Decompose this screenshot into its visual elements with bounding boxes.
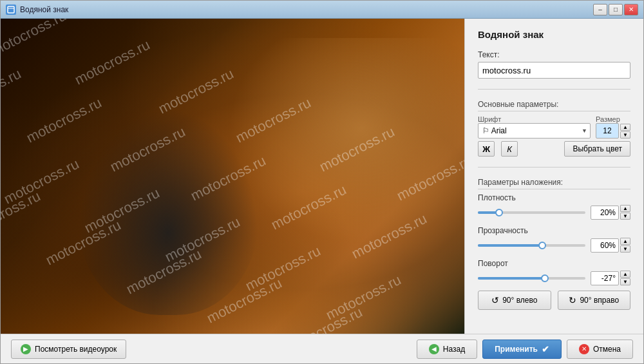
- title-bar: Водяной знак – □ ✕: [1, 1, 643, 19]
- transparency-label: Прозрачность: [478, 226, 630, 235]
- rotation-value-group: ▲ ▼: [591, 271, 630, 285]
- watermark-text-1: motocross.ru: [1, 19, 69, 59]
- bold-button[interactable]: Ж: [478, 141, 495, 157]
- density-value-input[interactable]: [591, 206, 619, 220]
- main-window: Водяной знак – □ ✕ motocross.ru: [0, 0, 644, 364]
- cancel-icon: ✕: [579, 344, 589, 354]
- watermark-text-7: motocross.ru: [1, 66, 24, 118]
- size-label: Размер: [596, 115, 630, 123]
- size-input[interactable]: [596, 123, 619, 139]
- transparency-value-group: ▲ ▼: [591, 238, 630, 253]
- style-row: Ж К Выбрать цвет: [478, 141, 630, 157]
- back-icon: ◀: [429, 344, 439, 354]
- rotation-thumb: [541, 274, 549, 282]
- overlay-params-label: Параметры наложения:: [478, 178, 630, 189]
- overlay-params-section: Параметры наложения: Плотность ▲: [478, 178, 630, 310]
- transparency-spinner: ▲ ▼: [620, 238, 630, 253]
- watermark-text-12: motocross.ru: [349, 211, 430, 263]
- watermark-overlay: motocross.ru motocross.ru motocross.ru m…: [1, 19, 464, 334]
- rotation-track[interactable]: [478, 277, 585, 280]
- size-spinner: ▲ ▼: [620, 124, 630, 139]
- watermark-text-8: motocross.ru: [24, 95, 104, 147]
- watermark-text-input[interactable]: [478, 62, 630, 79]
- rotate-left-icon: ↺: [491, 295, 499, 305]
- watermark-text-6: motocross.ru: [394, 153, 464, 205]
- watermark-text-5: motocross.ru: [317, 124, 397, 176]
- divider-2: [478, 167, 630, 168]
- italic-button[interactable]: К: [501, 141, 518, 157]
- rotation-section: Поворот ▲ ▼: [478, 259, 630, 285]
- rotate-right-icon: ↻: [569, 295, 576, 305]
- apply-check-icon: ✔: [542, 344, 549, 354]
- svg-rect-0: [8, 6, 14, 13]
- size-down-button[interactable]: ▼: [620, 131, 630, 139]
- rotation-down-button[interactable]: ▼: [620, 278, 630, 285]
- transparency-slider-row: ▲ ▼: [478, 238, 630, 253]
- density-section: Плотность ▲ ▼: [478, 193, 630, 220]
- watermark-text-11: motocross.ru: [269, 182, 349, 234]
- font-label: Шрифт: [478, 115, 591, 123]
- panel-title: Водяной знак: [478, 29, 630, 40]
- transparency-section: Прозрачность ▲ ▼: [478, 226, 630, 253]
- watermark-text-9: motocross.ru: [108, 124, 188, 176]
- cancel-button[interactable]: ✕ Отмена: [567, 340, 633, 359]
- rotation-spinner: ▲ ▼: [620, 271, 630, 285]
- transparency-value-input[interactable]: [591, 238, 619, 253]
- transparency-up-button[interactable]: ▲: [620, 238, 630, 245]
- density-down-button[interactable]: ▼: [620, 213, 630, 220]
- transparency-track[interactable]: [478, 244, 585, 247]
- transparency-down-button[interactable]: ▼: [620, 245, 630, 253]
- apply-button[interactable]: Применить ✔: [482, 340, 562, 359]
- color-picker-button[interactable]: Выбрать цвет: [564, 141, 630, 157]
- window-icon: [6, 5, 16, 15]
- main-content: motocross.ru motocross.ru motocross.ru m…: [1, 19, 643, 334]
- rotate-left-label: 90° влево: [502, 296, 537, 305]
- rotate-buttons-row: ↺ 90° влево ↻ 90° вправо: [478, 291, 630, 310]
- text-field-group: Текст:: [478, 50, 630, 79]
- rotation-value-input[interactable]: [591, 271, 619, 285]
- video-tutorial-label: Посмотреть видеоурок: [35, 345, 117, 354]
- size-up-button[interactable]: ▲: [620, 124, 630, 131]
- apply-label: Применить: [495, 345, 538, 354]
- watermark-text-3: motocross.ru: [156, 66, 236, 118]
- font-select[interactable]: ⚐ Arial Times New Roman Verdana: [478, 123, 591, 139]
- density-up-button[interactable]: ▲: [620, 205, 630, 212]
- image-preview-area: motocross.ru motocross.ru motocross.ru m…: [1, 19, 464, 334]
- rotation-label: Поворот: [478, 259, 630, 268]
- rotation-fill: [478, 277, 545, 280]
- play-icon: ▶: [21, 344, 31, 354]
- rotation-up-button[interactable]: ▲: [620, 271, 630, 278]
- size-wrapper: Размер ▲ ▼: [596, 115, 630, 139]
- rotate-right-label: 90° вправо: [580, 296, 619, 305]
- back-button[interactable]: ◀ Назад: [417, 340, 477, 359]
- close-button[interactable]: ✕: [624, 4, 638, 15]
- image-preview: motocross.ru motocross.ru motocross.ru m…: [1, 19, 464, 334]
- density-track[interactable]: [478, 211, 585, 214]
- window-title: Водяной знак: [20, 5, 593, 14]
- font-select-wrapper: ⚐ Arial Times New Roman Verdana: [478, 123, 591, 139]
- density-label: Плотность: [478, 193, 630, 202]
- divider-1: [478, 89, 630, 90]
- video-tutorial-button[interactable]: ▶ Посмотреть видеоурок: [11, 340, 126, 359]
- density-thumb: [495, 209, 503, 216]
- basic-params-section: Основные параметры: Шрифт ⚐ Arial Times …: [478, 100, 630, 157]
- transparency-fill: [478, 244, 542, 247]
- bottom-bar: ▶ Посмотреть видеоурок ◀ Назад Применить…: [1, 334, 643, 363]
- cancel-label: Отмена: [593, 345, 621, 354]
- density-spinner: ▲ ▼: [620, 205, 630, 220]
- basic-params-label: Основные параметры:: [478, 100, 630, 111]
- rotate-left-button[interactable]: ↺ 90° влево: [478, 291, 551, 310]
- density-value-group: ▲ ▼: [591, 205, 630, 220]
- watermark-text-4: motocross.ru: [233, 95, 314, 147]
- rotation-slider-row: ▲ ▼: [478, 271, 630, 285]
- window-controls: – □ ✕: [593, 4, 638, 15]
- right-panel: Водяной знак Текст: Основные параметры: …: [464, 19, 643, 334]
- text-label: Текст:: [478, 50, 630, 59]
- watermark-text-10: motocross.ru: [188, 153, 269, 205]
- back-label: Назад: [443, 345, 465, 354]
- minimize-button[interactable]: –: [593, 4, 607, 15]
- maximize-button[interactable]: □: [609, 4, 623, 15]
- font-row: Шрифт ⚐ Arial Times New Roman Verdana Ра…: [478, 115, 630, 139]
- rotate-right-button[interactable]: ↻ 90° вправо: [558, 291, 631, 310]
- density-slider-row: ▲ ▼: [478, 205, 630, 220]
